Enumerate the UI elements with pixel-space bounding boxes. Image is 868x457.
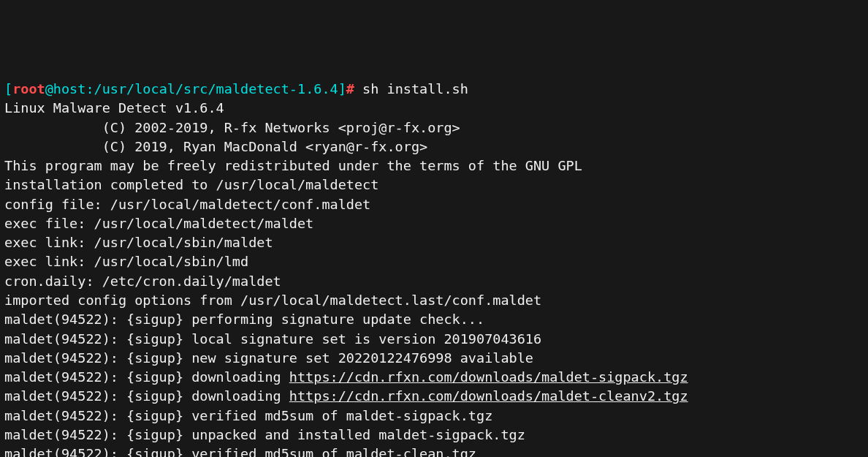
output-line: (C) 2002-2019, R-fx Networks <proj@r-fx.… bbox=[4, 118, 864, 137]
prompt-at: @ bbox=[45, 81, 53, 97]
output-line: maldet(94522): {sigup} new signature set… bbox=[4, 349, 864, 368]
prompt-open-bracket: [ bbox=[4, 81, 12, 97]
download-prefix: maldet(94522): {sigup} downloading bbox=[4, 388, 289, 404]
command-text: sh install.sh bbox=[354, 81, 468, 97]
download-url-link[interactable]: https://cdn.rfxn.com/downloads/maldet-cl… bbox=[289, 388, 688, 404]
download-url-link[interactable]: https://cdn.rfxn.com/downloads/maldet-si… bbox=[289, 369, 688, 385]
output-line: maldet(94522): {sigup} local signature s… bbox=[4, 330, 864, 349]
output-line: exec link: /usr/local/sbin/lmd bbox=[4, 252, 864, 271]
output-line: maldet(94522): {sigup} verified md5sum o… bbox=[4, 445, 864, 457]
output-line: Linux Malware Detect v1.6.4 bbox=[4, 99, 864, 118]
prompt-colon: : bbox=[85, 81, 94, 97]
download-prefix: maldet(94522): {sigup} downloading bbox=[4, 369, 289, 385]
output-line: maldet(94522): {sigup} performing signat… bbox=[4, 310, 864, 329]
output-line: (C) 2019, Ryan MacDonald <ryan@r-fx.org> bbox=[4, 137, 864, 156]
prompt-hash: # bbox=[346, 81, 354, 97]
prompt-host: host bbox=[53, 81, 86, 97]
output-line: exec link: /usr/local/sbin/maldet bbox=[4, 233, 864, 252]
output-line: cron.daily: /etc/cron.daily/maldet bbox=[4, 272, 864, 291]
prompt-line[interactable]: [root@host:/usr/local/src/maldetect-1.6.… bbox=[4, 80, 864, 99]
output-line: config file: /usr/local/maldetect/conf.m… bbox=[4, 195, 864, 214]
prompt-close-bracket: ] bbox=[338, 81, 346, 97]
output-line: maldet(94522): {sigup} unpacked and inst… bbox=[4, 426, 864, 445]
output-line: imported config options from /usr/local/… bbox=[4, 291, 864, 310]
download-line: maldet(94522): {sigup} downloading https… bbox=[4, 387, 864, 406]
download-line: maldet(94522): {sigup} downloading https… bbox=[4, 368, 864, 387]
output-line: This program may be freely redistributed… bbox=[4, 156, 864, 175]
prompt-user: root bbox=[12, 81, 45, 97]
prompt-cwd: /usr/local/src/maldetect-1.6.4 bbox=[94, 81, 338, 97]
output-line: maldet(94522): {sigup} verified md5sum o… bbox=[4, 407, 864, 426]
output-line: installation completed to /usr/local/mal… bbox=[4, 175, 864, 194]
output-line: exec file: /usr/local/maldetect/maldet bbox=[4, 214, 864, 233]
